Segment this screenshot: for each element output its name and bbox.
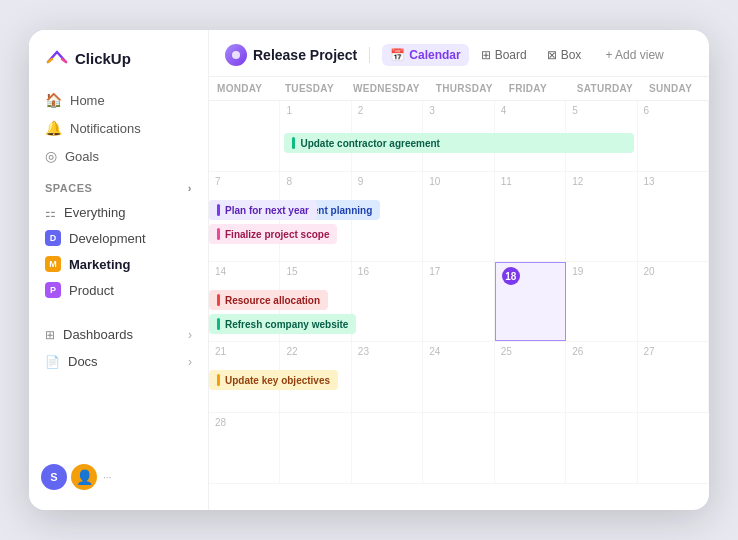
topbar: Release Project 📅 Calendar ⊞ Board ⊠ Box… <box>209 30 709 77</box>
sidebar: ClickUp 🏠 Home 🔔 Notifications ◎ Goals S… <box>29 30 209 510</box>
sidebar-item-docs[interactable]: 📄 Docs › <box>37 346 200 373</box>
tab-calendar[interactable]: 📅 Calendar <box>382 44 468 66</box>
logo-area: ClickUp <box>29 46 208 86</box>
tab-box[interactable]: ⊠ Box <box>539 44 590 66</box>
spaces-label: Spaces <box>45 182 92 194</box>
cal-cell-r4-c4[interactable] <box>495 413 566 483</box>
event-label: Resource allocation <box>225 295 320 306</box>
chevron-down-icon[interactable]: › <box>188 182 192 194</box>
avatar-user1[interactable]: S <box>41 464 67 490</box>
more-indicator: ··· <box>103 472 111 483</box>
event-label: Update key objectives <box>225 375 330 386</box>
event-indicator <box>217 204 220 216</box>
event-plan-next-year[interactable]: Plan for next year <box>209 200 317 220</box>
cal-cell-r1-c6[interactable]: 13 <box>638 172 709 261</box>
date-r1-c0: 7 <box>215 176 273 187</box>
calendar-row-1: 7 8 9 10 11 12 13 How to manage event pl… <box>209 172 709 262</box>
cal-cell-r0-c0[interactable] <box>209 101 280 171</box>
cal-cell-r1-c3[interactable]: 10 <box>423 172 494 261</box>
calendar-tab-label: Calendar <box>409 48 460 62</box>
dashboards-chevron-icon: › <box>188 328 192 342</box>
cal-cell-r1-c5[interactable]: 12 <box>566 172 637 261</box>
day-header-thu: Thursday <box>428 77 501 100</box>
cal-cell-r3-c3[interactable]: 24 <box>423 342 494 412</box>
sidebar-item-home-label: Home <box>70 93 105 108</box>
marketing-label: Marketing <box>69 257 130 272</box>
sidebar-item-everything[interactable]: ⚏ Everything <box>37 200 200 225</box>
sidebar-item-dashboards[interactable]: ⊞ Dashboards › <box>37 319 200 346</box>
date-r0-c2: 2 <box>358 105 416 116</box>
sections-list: ⊞ Dashboards › 📄 Docs › <box>29 311 208 373</box>
sidebar-item-notifications[interactable]: 🔔 Notifications <box>37 114 200 142</box>
spaces-list: ⚏ Everything D Development M Marketing P… <box>29 200 208 303</box>
cal-cell-r4-c2[interactable] <box>352 413 423 483</box>
cal-cell-r2-c5[interactable]: 19 <box>566 262 637 341</box>
calendar-tab-icon: 📅 <box>390 48 405 62</box>
event-indicator <box>217 294 220 306</box>
cal-cell-r3-c4[interactable]: 25 <box>495 342 566 412</box>
cal-cell-r3-c5[interactable]: 26 <box>566 342 637 412</box>
date-r1-c2: 9 <box>358 176 416 187</box>
product-label: Product <box>69 283 114 298</box>
event-refresh-website[interactable]: Refresh company website <box>209 314 356 334</box>
calendar-area: Monday Tuesday Wednesday Thursday Friday… <box>209 77 709 510</box>
calendar-row-2: 14 15 16 17 18 19 20 Resource allocation <box>209 262 709 342</box>
bell-icon: 🔔 <box>45 120 62 136</box>
sidebar-item-product[interactable]: P Product <box>37 277 200 303</box>
calendar-row-3: 21 22 23 24 25 26 27 Update key objectiv… <box>209 342 709 413</box>
cal-cell-r3-c6[interactable]: 27 <box>638 342 709 412</box>
date-r0-c1: 1 <box>286 105 344 116</box>
cal-cell-r2-c2[interactable]: 16 <box>352 262 423 341</box>
board-tab-icon: ⊞ <box>481 48 491 62</box>
date-r1-c1: 8 <box>286 176 344 187</box>
date-r3-c4: 25 <box>501 346 559 357</box>
docs-label: Docs <box>68 354 98 369</box>
event-label: Refresh company website <box>225 319 348 330</box>
svg-point-0 <box>232 51 240 59</box>
sidebar-item-goals[interactable]: ◎ Goals <box>37 142 200 170</box>
box-tab-icon: ⊠ <box>547 48 557 62</box>
sidebar-item-home[interactable]: 🏠 Home <box>37 86 200 114</box>
calendar-row-4: 28 <box>209 413 709 484</box>
main-content: Release Project 📅 Calendar ⊞ Board ⊠ Box… <box>209 30 709 510</box>
board-tab-label: Board <box>495 48 527 62</box>
cal-cell-r4-c1[interactable] <box>280 413 351 483</box>
cal-cell-r4-c6[interactable] <box>638 413 709 483</box>
sidebar-item-notifications-label: Notifications <box>70 121 141 136</box>
grid-icon: ⚏ <box>45 206 56 220</box>
cal-cell-r2-c6[interactable]: 20 <box>638 262 709 341</box>
cal-cell-r2-c4-today[interactable]: 18 <box>495 262 566 341</box>
cal-cell-r4-c3[interactable] <box>423 413 494 483</box>
sidebar-item-development[interactable]: D Development <box>37 225 200 251</box>
event-update-key-objectives[interactable]: Update key objectives <box>209 370 338 390</box>
event-indicator <box>217 318 220 330</box>
project-icon <box>225 44 247 66</box>
cal-cell-r1-c4[interactable]: 11 <box>495 172 566 261</box>
event-finalize-project[interactable]: Finalize project scope <box>209 224 337 244</box>
date-r1-c4: 11 <box>501 176 559 187</box>
cal-cell-r0-c6[interactable]: 6 <box>638 101 709 171</box>
add-view-label: + Add view <box>605 48 663 62</box>
date-r3-c0: 21 <box>215 346 273 357</box>
logo-text: ClickUp <box>75 50 131 67</box>
cal-cell-r2-c3[interactable]: 17 <box>423 262 494 341</box>
event-indicator <box>217 228 220 240</box>
calendar-header: Monday Tuesday Wednesday Thursday Friday… <box>209 77 709 101</box>
cal-cell-r4-c5[interactable] <box>566 413 637 483</box>
tab-board[interactable]: ⊞ Board <box>473 44 535 66</box>
event-update-contractor[interactable]: Update contractor agreement <box>284 133 633 153</box>
date-r0-c3: 3 <box>429 105 487 116</box>
dashboards-label: Dashboards <box>63 327 133 342</box>
avatar-user2[interactable]: 👤 <box>71 464 97 490</box>
day-header-tue: Tuesday <box>277 77 345 100</box>
view-tabs: 📅 Calendar ⊞ Board ⊠ Box <box>382 44 589 66</box>
sidebar-item-marketing[interactable]: M Marketing <box>37 251 200 277</box>
cal-cell-r4-c0[interactable]: 28 <box>209 413 280 483</box>
event-resource-allocation[interactable]: Resource allocation <box>209 290 328 310</box>
clickup-logo-icon <box>45 46 69 70</box>
product-dot: P <box>45 282 61 298</box>
cal-cell-r3-c2[interactable]: 23 <box>352 342 423 412</box>
sidebar-nav: 🏠 Home 🔔 Notifications ◎ Goals <box>29 86 208 170</box>
development-label: Development <box>69 231 146 246</box>
add-view-button[interactable]: + Add view <box>597 44 671 66</box>
